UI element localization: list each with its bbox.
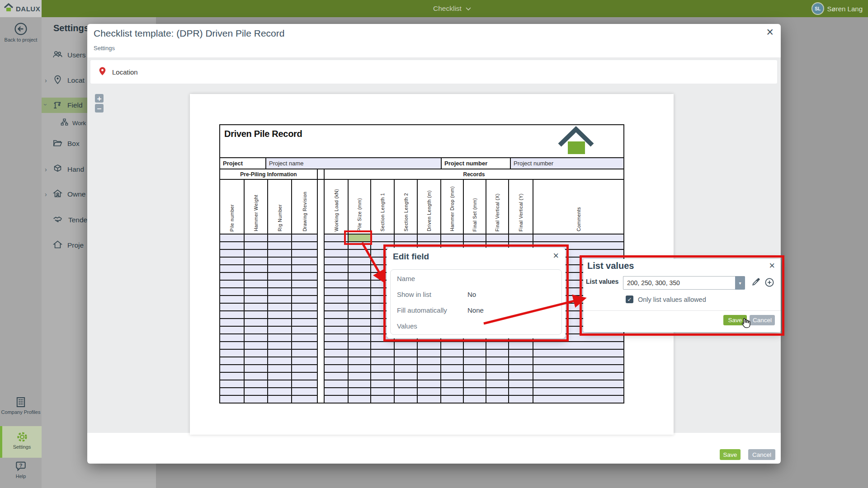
form-data-cell bbox=[291, 326, 317, 333]
app-switcher-menu[interactable]: Checklist bbox=[389, 0, 515, 17]
form-data-cell bbox=[220, 318, 244, 326]
column-header-comments[interactable]: Comments bbox=[533, 180, 623, 234]
gap-cell bbox=[317, 341, 324, 349]
highlighted-pile-size-cell[interactable] bbox=[348, 234, 370, 241]
form-data-cell bbox=[348, 357, 370, 364]
column-header-label: Pile number bbox=[229, 204, 235, 231]
list-values-input[interactable]: 200, 250, 300, 350 bbox=[623, 276, 735, 290]
column-header-section-length-2[interactable]: Section Length 2 bbox=[394, 180, 417, 234]
modal-save-button[interactable]: Save bbox=[720, 449, 741, 460]
form-data-cell bbox=[324, 364, 348, 372]
edit-field-row-values[interactable]: Values bbox=[391, 318, 561, 334]
form-data-cell bbox=[244, 241, 267, 249]
gear-icon bbox=[2, 431, 42, 443]
form-data-cell bbox=[267, 387, 291, 395]
sidebar-item-label: Locat bbox=[67, 76, 85, 84]
column-header-final-set-mm-[interactable]: Final Set (mm) bbox=[463, 180, 486, 234]
company-profiles-button[interactable]: Company Profiles bbox=[0, 396, 42, 415]
form-data-cell bbox=[244, 395, 267, 403]
column-header-drawing-revision[interactable]: Drawing Revision bbox=[291, 180, 317, 234]
form-data-cell bbox=[394, 234, 417, 241]
form-data-cell bbox=[324, 234, 348, 241]
edit-field-row-label: Values bbox=[391, 322, 467, 330]
column-header-section-length-1[interactable]: Section Length 1 bbox=[370, 180, 394, 234]
column-header-final-vertical-y-[interactable]: Final Vertical (Y) bbox=[508, 180, 533, 234]
form-data-cell bbox=[440, 349, 463, 357]
list-values-title: List values bbox=[587, 261, 634, 271]
form-data-cell bbox=[533, 380, 623, 387]
list-values-dropdown-button[interactable]: ▾ bbox=[735, 276, 745, 290]
chevron-collapsed-icon[interactable]: › bbox=[45, 166, 47, 173]
chevron-expanded-icon[interactable]: › bbox=[42, 103, 49, 106]
zoom-out-button[interactable]: − bbox=[95, 104, 104, 113]
help-button[interactable]: ? Help bbox=[0, 460, 42, 479]
column-header-rig-number[interactable]: Rig Number bbox=[267, 180, 291, 234]
zoom-in-button[interactable]: + bbox=[95, 94, 104, 103]
avatar: SL bbox=[811, 2, 824, 15]
chevron-collapsed-icon[interactable]: › bbox=[45, 191, 47, 197]
chevron-collapsed-icon[interactable]: › bbox=[45, 77, 47, 84]
form-data-cell bbox=[440, 380, 463, 387]
modal-close-icon[interactable]: × bbox=[766, 25, 774, 39]
form-data-cell bbox=[220, 249, 244, 257]
workflow-icon bbox=[60, 118, 69, 128]
location-row[interactable]: Location bbox=[90, 60, 777, 84]
list-values-close-icon[interactable]: × bbox=[769, 260, 775, 272]
column-header-label: Hammer Weight bbox=[253, 195, 259, 231]
form-data-cell bbox=[291, 295, 317, 303]
dalux-logo[interactable]: DALUX bbox=[0, 0, 42, 17]
form-data-cell bbox=[291, 341, 317, 349]
form-data-cell bbox=[440, 341, 463, 349]
form-data-cell bbox=[486, 372, 508, 380]
only-list-values-checkbox[interactable]: ✓ bbox=[626, 296, 633, 303]
back-arrow-icon bbox=[0, 22, 42, 36]
back-to-project-button[interactable]: Back to project bbox=[0, 22, 42, 43]
edit-field-close-icon[interactable]: × bbox=[553, 250, 559, 262]
column-header-driven-length-m-[interactable]: Driven Length (m) bbox=[417, 180, 440, 234]
form-data-cell bbox=[348, 387, 370, 395]
column-header-pile-number[interactable]: Pile number bbox=[220, 180, 244, 234]
edit-pencil-icon[interactable] bbox=[750, 277, 761, 289]
column-header-hammer-weight[interactable]: Hammer Weight bbox=[244, 180, 267, 234]
gap-cell bbox=[317, 272, 324, 280]
form-data-cell bbox=[220, 264, 244, 272]
help-label: Help bbox=[0, 474, 42, 479]
form-title: Driven Pile Record bbox=[224, 129, 302, 139]
form-data-cell bbox=[348, 341, 370, 349]
house-icon bbox=[52, 239, 63, 252]
form-data-cell bbox=[348, 303, 370, 310]
app-menu-label: Checklist bbox=[433, 5, 462, 13]
list-values-cancel-button[interactable]: Cancel bbox=[750, 315, 775, 325]
sidebar-item-label: Proje bbox=[67, 241, 84, 249]
add-list-icon[interactable] bbox=[764, 277, 775, 290]
column-header-hammer-drop-mm-[interactable]: Hammer Drop (mm) bbox=[440, 180, 463, 234]
project-number-cell[interactable]: Project number bbox=[510, 158, 623, 169]
gap-cell bbox=[317, 387, 324, 395]
form-data-cell bbox=[244, 380, 267, 387]
settings-rail-button[interactable]: Settings bbox=[0, 426, 42, 458]
form-data-cell bbox=[324, 357, 348, 364]
form-data-cell bbox=[370, 395, 394, 403]
form-data-cell bbox=[267, 241, 291, 249]
column-header-pile-size-mm-[interactable]: Pile Size (mm) bbox=[348, 180, 370, 234]
form-column-headers: Pile numberHammer WeightRig NumberDrawin… bbox=[220, 179, 623, 234]
edit-field-row-show-in-list[interactable]: Show in listNo bbox=[391, 286, 561, 302]
form-data-row bbox=[220, 341, 623, 349]
form-data-cell bbox=[267, 333, 291, 341]
edit-field-row-name[interactable]: Name bbox=[391, 271, 561, 286]
form-data-cell bbox=[463, 234, 486, 241]
column-header-working-load-kn-[interactable]: Working Load (kN) bbox=[324, 180, 348, 234]
list-values-save-button[interactable]: Save bbox=[723, 315, 747, 325]
form-data-cell bbox=[244, 295, 267, 303]
edit-field-row-fill-automatically[interactable]: Fill automaticallyNone bbox=[391, 302, 561, 318]
form-data-cell bbox=[324, 303, 348, 310]
column-header-label: Pile Size (mm) bbox=[357, 198, 362, 231]
modal-cancel-button[interactable]: Cancel bbox=[748, 449, 775, 460]
user-menu[interactable]: SL Søren Lang bbox=[811, 0, 863, 17]
project-label: Project bbox=[220, 158, 265, 169]
column-header-final-vertical-x-[interactable]: Final Vertical (X) bbox=[486, 180, 508, 234]
project-name-cell[interactable]: Project name bbox=[265, 158, 441, 169]
gap-cell bbox=[317, 333, 324, 341]
column-gap-header bbox=[317, 180, 324, 234]
form-data-cell bbox=[508, 395, 533, 403]
